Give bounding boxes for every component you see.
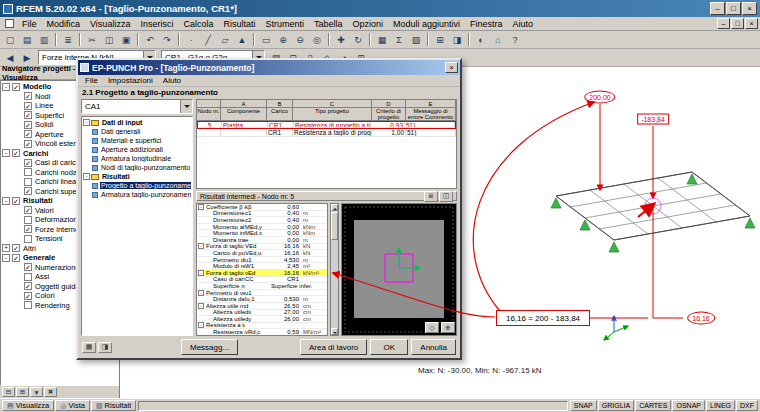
- tree-checkbox[interactable]: ✓: [24, 140, 32, 148]
- new-surface-icon[interactable]: ▱: [217, 32, 233, 47]
- dialog-menu-impostazioni[interactable]: Impostazioni: [103, 76, 158, 85]
- cancel-button[interactable]: Annulla: [411, 339, 456, 355]
- new-line-icon[interactable]: ╱: [200, 32, 216, 47]
- results-scrollbar[interactable]: [330, 203, 339, 336]
- mdi-restore-button[interactable]: □: [731, 18, 744, 29]
- new-icon[interactable]: ▢: [2, 32, 18, 47]
- navigator-tab-visualizza[interactable]: ▤Visualizza: [2, 400, 54, 411]
- zoom-out-icon[interactable]: ⊖: [292, 32, 308, 47]
- dialog-tree-item[interactable]: Progetto a taglio-punzonamento: [83, 181, 191, 190]
- design-case-combo[interactable]: CA1: [81, 99, 193, 114]
- menu-aiuto[interactable]: Aiuto: [508, 18, 539, 30]
- tree-expander-icon[interactable]: -: [198, 204, 204, 210]
- menu-modifica[interactable]: Modifica: [42, 18, 86, 30]
- tree-checkbox[interactable]: ✓: [24, 292, 32, 300]
- help-icon[interactable]: ?: [507, 32, 523, 47]
- tree-expander-icon[interactable]: -: [198, 290, 204, 296]
- menu-finestra[interactable]: Finestra: [465, 18, 508, 30]
- tree-expander-icon[interactable]: -: [198, 270, 204, 276]
- tree-expander-icon[interactable]: -: [83, 173, 90, 180]
- design-table-row[interactable]: CR1Resistenza a taglio di progetto della…: [197, 129, 456, 137]
- open-icon[interactable]: ▤: [19, 32, 35, 47]
- next-load-case-icon[interactable]: ▶: [19, 50, 35, 65]
- dialog-tree-item[interactable]: Dati generali: [83, 127, 191, 136]
- dialog-tree-item[interactable]: -Risultati: [83, 172, 191, 181]
- minimize-button[interactable]: –: [710, 2, 725, 15]
- tree-checkbox[interactable]: ✓: [24, 263, 32, 271]
- tree-checkbox[interactable]: [24, 301, 32, 309]
- menu-moduli-aggiuntivi[interactable]: Moduli aggiuntivi: [388, 18, 465, 30]
- redo-icon[interactable]: ↷: [159, 32, 175, 47]
- preview-zoom-icon[interactable]: ⊕: [441, 322, 455, 333]
- generate-mesh-icon[interactable]: ▦: [374, 32, 390, 47]
- tree-checkbox[interactable]: ✓: [24, 187, 32, 195]
- zoom-all-icon[interactable]: ◎: [309, 32, 325, 47]
- tree-expander-icon[interactable]: +: [2, 244, 10, 252]
- paste-icon[interactable]: ▣: [118, 32, 134, 47]
- cut-icon[interactable]: ✂: [84, 32, 100, 47]
- dialog-close-button[interactable]: ×: [445, 62, 458, 73]
- color-panel-icon[interactable]: ◨: [98, 342, 112, 353]
- tree-checkbox[interactable]: [24, 168, 32, 176]
- copy-icon[interactable]: ◫: [101, 32, 117, 47]
- status-toggle-griglia[interactable]: GRIGLIA: [598, 400, 634, 411]
- scroll-up-icon[interactable]: [331, 204, 338, 211]
- design-table-row[interactable]: 5PiastraCR1Resistenza di progetto a tagl…: [197, 121, 456, 129]
- preview-isometric-icon[interactable]: ◇: [425, 322, 439, 333]
- dialog-tree-item[interactable]: Materiali e superfici: [83, 136, 191, 145]
- tree-checkbox[interactable]: ✓: [24, 159, 32, 167]
- tree-checkbox[interactable]: ✓: [24, 225, 32, 233]
- graphic-preview[interactable]: [341, 203, 457, 336]
- dialog-tree-item[interactable]: Armatura longitudinale: [83, 154, 191, 163]
- tree-expander-icon[interactable]: -: [2, 197, 10, 205]
- print-graphic-icon[interactable]: ≣: [424, 191, 438, 202]
- tree-checkbox[interactable]: ✓: [24, 206, 32, 214]
- display-options-icon[interactable]: ▦: [82, 342, 96, 353]
- messages-button[interactable]: Messagg...: [181, 339, 238, 355]
- dialog-tree-item[interactable]: -Dati di input: [83, 118, 191, 127]
- dialog-tree-item[interactable]: Aperture addizionali: [83, 145, 191, 154]
- menu-calcola[interactable]: Calcola: [178, 18, 218, 30]
- menu-file[interactable]: File: [17, 18, 42, 30]
- tree-checkbox[interactable]: ✓: [24, 92, 32, 100]
- dialog-menu-file[interactable]: File: [80, 76, 103, 85]
- tree-expander-icon[interactable]: -: [198, 303, 204, 309]
- tree-checkbox[interactable]: ✓: [24, 111, 32, 119]
- dialog-menu-aiuto[interactable]: Aiuto: [158, 76, 186, 85]
- close-button[interactable]: ×: [742, 2, 757, 15]
- modules-icon[interactable]: ⌂: [490, 32, 506, 47]
- scroll-down-icon[interactable]: [331, 328, 338, 335]
- mdi-close-button[interactable]: ×: [745, 18, 758, 29]
- tree-checkbox[interactable]: [24, 216, 32, 224]
- zoom-in-icon[interactable]: ⊕: [275, 32, 291, 47]
- undo-icon[interactable]: ↶: [142, 32, 158, 47]
- navigator-tab-risultati[interactable]: ▧Risultati: [91, 400, 136, 411]
- previous-load-case-icon[interactable]: ◀: [2, 50, 18, 65]
- tables-icon[interactable]: ⊞: [432, 32, 448, 47]
- dialog-tree-item[interactable]: Armatura taglio-punzonamento: [83, 190, 191, 199]
- new-node-icon[interactable]: ∙: [183, 32, 199, 47]
- status-toggle-dxf[interactable]: DXF: [736, 400, 758, 411]
- tree-checkbox[interactable]: ✓: [12, 83, 20, 91]
- tree-checkbox[interactable]: ✓: [12, 254, 20, 262]
- tree-checkbox[interactable]: ✓: [12, 149, 20, 157]
- design-table[interactable]: ABCDE Nodo m.ComponenteCaricoTipo proget…: [196, 99, 457, 189]
- panel-close-icon[interactable]: ✖: [44, 387, 57, 397]
- intermediate-results-table[interactable]: -Coefficiente β sec. Tabella 6.1kβ0,60Di…: [196, 203, 328, 336]
- status-toggle-lineg[interactable]: LINEG: [706, 400, 735, 411]
- maximize-button[interactable]: □: [726, 2, 741, 15]
- dialog-tree-item[interactable]: Nodi di taglio-punzonamento: [83, 163, 191, 172]
- status-toggle-cartes[interactable]: CARTES: [635, 400, 671, 411]
- expand-all-icon[interactable]: ⊞: [16, 387, 29, 397]
- navigator-toggle-icon[interactable]: ◨: [449, 32, 465, 47]
- tree-expander-icon[interactable]: -: [198, 322, 204, 328]
- menu-inserisci[interactable]: Inserisci: [135, 18, 178, 30]
- save-icon[interactable]: ▥: [36, 32, 52, 47]
- menu-opzioni[interactable]: Opzioni: [347, 18, 388, 30]
- tree-checkbox[interactable]: ✓: [12, 197, 20, 205]
- new-support-icon[interactable]: ▲: [234, 32, 250, 47]
- tree-expander-icon[interactable]: -: [83, 119, 90, 126]
- rotate-view-icon[interactable]: ↻: [350, 32, 366, 47]
- collapse-all-icon[interactable]: ⊟: [2, 387, 15, 397]
- menu-visualizza[interactable]: Visualizza: [85, 18, 135, 30]
